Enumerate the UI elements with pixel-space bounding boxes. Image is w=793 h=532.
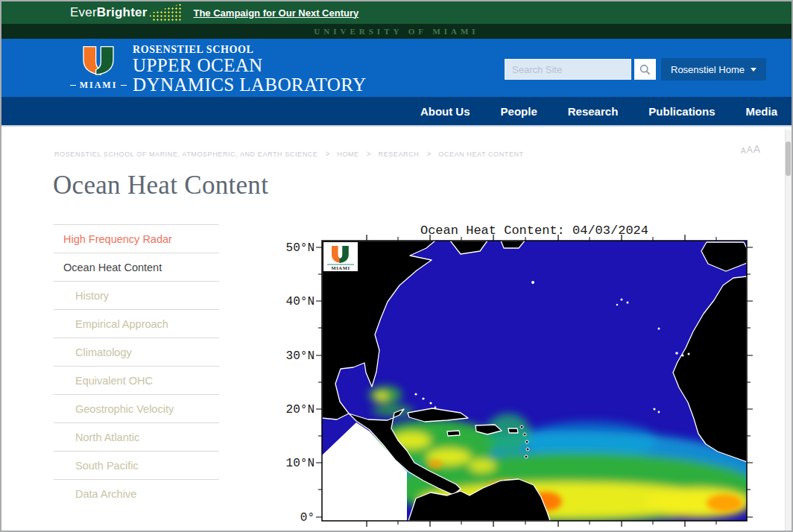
nav-item-about-us[interactable]: About Us [420, 105, 470, 118]
logo-rule-right [121, 85, 127, 86]
lat-label-0: 0° [300, 511, 315, 525]
nav-item-media[interactable]: Media [745, 105, 777, 118]
campaign-link[interactable]: The Campaign for Our Next Century [193, 7, 358, 19]
sidebar-item-ocean-heat-content[interactable]: Ocean Heat Content [54, 253, 219, 281]
um-logo[interactable]: MIAMI [70, 45, 127, 91]
logo-rule-left [70, 85, 76, 86]
chevron-down-icon [751, 68, 756, 72]
nav-item-people[interactable]: People [501, 105, 537, 118]
map-um-logo: MIAMI [323, 242, 358, 271]
campaign-banner: EverBrighter The Campaign for Our Next C… [1, 1, 792, 24]
university-bar: UNIVERSITY OF MIAMI [1, 24, 792, 39]
primary-nav: About UsPeopleResearchPublicationsMedia [1, 97, 792, 127]
breadcrumb-separator: > [325, 150, 329, 158]
breadcrumb-separator: > [426, 150, 431, 158]
search-icon [639, 64, 651, 75]
font-size-option-3[interactable]: A [753, 143, 760, 155]
map-section: Ocean Heat Content: 04/03/2024 50°N 40°N… [277, 220, 754, 531]
lab-name-line2: DYNAMICS LABORATORY [133, 75, 366, 95]
school-name: ROSENSTIEL SCHOOL [133, 44, 366, 56]
brand-bold: Brighter [97, 5, 148, 19]
breadcrumb-item-home[interactable]: HOME [337, 151, 358, 158]
university-label[interactable]: UNIVERSITY OF MIAMI [314, 27, 478, 36]
lat-label-30n: 30°N [286, 349, 315, 363]
lat-label-10n: 10°N [286, 457, 315, 470]
um-split-u-icon [80, 45, 117, 75]
rosenstiel-home-label: Rosenstiel Home [671, 64, 745, 75]
sidebar-item-geostrophic-velocity[interactable]: Geostrophic Velocity [54, 394, 219, 422]
font-size-option-2[interactable]: A [747, 145, 753, 155]
sidebar-item-data-archive[interactable]: Data Archive [54, 479, 219, 507]
breadcrumb-item-rosenstiel-school-of-marine-at[interactable]: ROSENSTIEL SCHOOL OF MARINE, ATMOSPHERIC… [54, 151, 317, 158]
search-cluster: Rosenstiel Home [505, 58, 766, 80]
sidebar-item-equivalent-ohc[interactable]: Equivalent OHC [54, 366, 219, 394]
site-title-block[interactable]: ROSENSTIEL SCHOOL UPPER OCEAN DYNAMICS L… [133, 44, 366, 95]
nav-item-publications[interactable]: Publications [648, 105, 715, 118]
nav-item-research[interactable]: Research [568, 105, 619, 118]
content-area: High Frequency RadarOcean Heat ContentHi… [1, 219, 792, 531]
sidebar-item-empirical-approach[interactable]: Empirical Approach [54, 309, 219, 338]
scrollbar-track[interactable] [785, 130, 792, 531]
breadcrumb-item-research[interactable]: RESEARCH [379, 151, 420, 158]
sidebar-item-history[interactable]: History [54, 281, 219, 309]
browser-viewport: EverBrighter The Campaign for Our Next C… [0, 0, 793, 532]
sidebar-nav: High Frequency RadarOcean Heat ContentHi… [54, 224, 219, 531]
font-size-option-1[interactable]: A [741, 147, 746, 155]
lat-label-20n: 20°N [286, 403, 315, 417]
brand-regular: Ever [70, 5, 97, 19]
everbrighter-dots-icon [148, 3, 183, 22]
rosenstiel-home-button[interactable]: Rosenstiel Home [661, 58, 766, 80]
scrollbar-thumb[interactable] [786, 142, 791, 176]
page-title: Ocean Heat Content [53, 171, 792, 200]
font-size-controls[interactable]: AAA [741, 143, 760, 155]
everbrighter-logo[interactable]: EverBrighter [70, 5, 147, 20]
lat-label-40n: 40°N [286, 295, 315, 308]
sidebar-item-north-atlantic[interactable]: North Atlantic [54, 422, 219, 451]
sidebar-item-climatology[interactable]: Climatology [54, 338, 219, 366]
breadcrumb: ROSENSTIEL SCHOOL OF MARINE, ATMOSPHERIC… [54, 150, 792, 158]
sidebar-item-high-frequency-radar[interactable]: High Frequency Radar [54, 224, 219, 253]
breadcrumb-separator: > [367, 150, 371, 158]
breadcrumb-item-ocean-heat-content: OCEAN HEAT CONTENT [438, 151, 523, 158]
map-logo-miami-label: MIAMI [331, 265, 350, 270]
logo-miami-label: MIAMI [80, 80, 118, 91]
sidebar-item-south-pacific[interactable]: South Pacific [54, 451, 219, 479]
site-header: MIAMI ROSENSTIEL SCHOOL UPPER OCEAN DYNA… [1, 39, 792, 97]
lat-label-50n: 50°N [286, 241, 315, 255]
lab-name-line1: UPPER OCEAN [133, 56, 366, 75]
map-plot-area: MIAMI [322, 241, 754, 524]
ocean-heat-map: Ocean Heat Content: 04/03/2024 50°N 40°N… [277, 220, 754, 528]
search-input[interactable] [505, 59, 631, 80]
map-title: Ocean Heat Content: 04/03/2024 [420, 224, 648, 238]
search-button[interactable] [634, 59, 656, 80]
